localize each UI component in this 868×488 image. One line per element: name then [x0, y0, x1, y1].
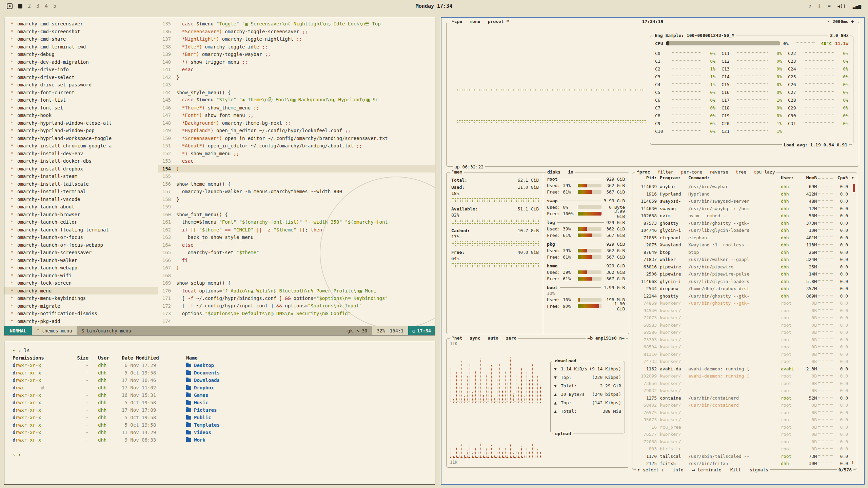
process-row[interactable]: 102099kworker/avahi-daemon: running [roo… — [636, 372, 848, 380]
process-row[interactable]: 1170tailscal/usr/sbin/tailscaled --root7… — [636, 453, 848, 460]
process-row[interactable]: 114639waybar/usr/bin/waybardhh69M0.0 — [636, 183, 848, 190]
file-item[interactable]: *omarchy-launch-or-focus — [4, 233, 158, 241]
process-row[interactable]: 73703kworker/root0B0.0 — [636, 336, 848, 344]
process-row[interactable]: 104746glycin-i/usr/lib/glycin-loadersdhh… — [636, 227, 848, 234]
file-item[interactable]: *omarchy-install-vscode — [4, 196, 158, 203]
header-cpu[interactable]: Cpu% — [834, 175, 848, 180]
process-row[interactable]: 95673kworker/root0B0.0 — [636, 416, 848, 424]
proc-option-reverse[interactable]: reverse — [710, 169, 728, 175]
file-item[interactable]: *omarchy-menu-keybindings — [4, 294, 158, 302]
sort-direction-indicator[interactable]: ↑ — [851, 175, 854, 180]
process-row[interactable]: 63816pipewire/usr/bin/pipewiredhh25M0.0 — [636, 263, 848, 271]
btop-preset-button[interactable]: preset * — [488, 19, 509, 24]
file-item[interactable]: *omarchy-install-terminal — [4, 188, 158, 196]
process-row[interactable]: 2075XwaylandXwayland :1 -rootless -dhh11… — [636, 241, 848, 249]
file-item[interactable]: *omarchy-menu — [4, 287, 158, 295]
net-auto-toggle[interactable]: auto — [488, 336, 498, 341]
process-row[interactable]: 102638nvimnvim --embed .dhh58M0.0 — [636, 212, 848, 220]
file-item[interactable]: *omarchy-install-tailscale — [4, 180, 158, 188]
volume-icon[interactable]: ◀)) — [837, 3, 846, 9]
file-item[interactable]: *omarchy-cmd-screensaver — [4, 20, 158, 28]
file-item[interactable]: *omarchy-lock-screen — [4, 279, 158, 287]
screencast-icon[interactable]: ⇄ — [808, 3, 811, 9]
file-item[interactable]: *omarchy-hyprland-workspace-toggle — [4, 135, 158, 142]
code-pane[interactable]: 135 case $(menu "Toggle" "▣ Screensaver\… — [158, 20, 435, 326]
header-command[interactable]: Command: — [688, 175, 781, 180]
process-row[interactable]: 71835elephantelephantdhh401M0.0 — [636, 234, 848, 242]
process-row[interactable]: 16rcu_preeroot0B0.0 — [636, 424, 848, 431]
file-item[interactable]: *omarchy-install-dropbox — [4, 165, 158, 173]
editor-window[interactable]: *omarchy-cmd-screensaver*omarchy-cmd-scr… — [4, 17, 435, 336]
process-row[interactable]: 2506pipewire/usr/bin/pipewire-pulsedhh14… — [636, 270, 848, 278]
workspace-1-active[interactable] — [18, 4, 22, 8]
file-item[interactable]: *omarchy-drive-select — [4, 74, 158, 81]
file-item[interactable]: *omarchy-dev-add-migration — [4, 58, 158, 66]
process-row[interactable]: 76575kworker/root0B0.0 — [636, 409, 848, 416]
process-row[interactable]: 68402kworker//usr/bin/containerdroot0B0.… — [636, 402, 848, 409]
proc-footer-1[interactable]: info — [673, 467, 683, 472]
file-item[interactable]: *omarchy-cmd-terminal-cwd — [4, 43, 158, 51]
file-item[interactable]: *omarchy-launch-or-focus-webapp — [4, 241, 158, 249]
update-interval-control[interactable]: - 2000ms + — [826, 19, 855, 24]
process-row[interactable]: 71837walker/usr/bin/walker --gappldhh324… — [636, 256, 848, 263]
process-row[interactable]: 68583kworker/root0B0.0 — [636, 322, 848, 329]
bluetooth-icon[interactable]: ᛒ — [818, 3, 821, 9]
io-toggle[interactable]: io — [568, 169, 573, 175]
file-item[interactable]: *omarchy-font-current — [4, 89, 158, 97]
workspace-3[interactable]: 3 — [36, 3, 39, 9]
file-item[interactable]: *omarchy-hook — [4, 111, 158, 119]
header-pid[interactable]: Pid: — [636, 175, 657, 180]
proc-scrollbar-thumb[interactable] — [853, 184, 855, 192]
proc-footer-0[interactable]: ↑ select ↓ — [637, 467, 664, 472]
process-row[interactable]: 1275containe/usr/bin/containerdroot52M0.… — [636, 394, 848, 402]
net-zero-toggle[interactable]: zero — [506, 336, 516, 341]
btop-menu-button[interactable]: menu — [470, 19, 480, 24]
net-interface-selector[interactable]: ←b enp191s0 n→ — [586, 336, 626, 341]
file-item[interactable]: *omarchy-drive-info — [4, 66, 158, 74]
header-program[interactable]: Program: — [660, 175, 688, 180]
terminal-window[interactable]: ~ › lsPermissionsSizeUserDate ModifiedNa… — [4, 341, 435, 485]
file-item[interactable]: *omarchy-font-list — [4, 96, 158, 104]
process-row[interactable]: 74733kworker/root0B0.0 — [636, 358, 848, 365]
file-item[interactable]: *omarchy-launch-about — [4, 203, 158, 211]
process-row[interactable]: 87573ghostty/usr/bin/ghostty --gtk-dhh37… — [636, 220, 848, 227]
btop-window[interactable]: ¹cpu menu preset * 17:34:19 - 2000ms + E… — [441, 17, 865, 485]
file-item[interactable]: *omarchy-launch-webapp — [4, 264, 158, 272]
file-item[interactable]: *omarchy-font-set — [4, 104, 158, 112]
file-item[interactable]: *omarchy-launch-wifi — [4, 272, 158, 280]
file-item[interactable]: *omarchy-debug — [4, 50, 158, 58]
process-row[interactable]: 68584kworker/root0B0.0 — [636, 343, 848, 351]
file-item[interactable]: *omarchy-cmd-screenshot — [4, 28, 158, 36]
process-row[interactable]: 1916HyprlandHyprlanddhh422M0.0 — [636, 190, 848, 198]
process-row[interactable]: 94540kworker/root0B0.0 — [636, 307, 848, 314]
header-memb[interactable]: MemB — [799, 175, 817, 180]
process-row[interactable]: 72073kworker/root0B0.0 — [636, 314, 848, 322]
file-item[interactable]: *omarchy-cmd-share — [4, 35, 158, 43]
proc-option-tree[interactable]: tree — [736, 169, 746, 175]
proc-footer-4[interactable]: signals — [750, 467, 768, 472]
file-item[interactable]: *omarchy-migrate — [4, 302, 158, 310]
file-item[interactable]: *omarchy-hyprland-window-pop — [4, 127, 158, 135]
process-row[interactable]: 114630swaybg/usr/bin/swaybg -i /homdhh12… — [636, 205, 848, 212]
process-row[interactable]: 87649btopbtopdhh26M0.0 — [636, 249, 848, 256]
proc-scroll-down-indicator[interactable]: ↓ — [851, 460, 854, 465]
proc-option-cpu-lazy[interactable]: cpu lazy — [754, 169, 775, 175]
network-icon[interactable]: ▂▄▆ — [853, 3, 861, 9]
workspace-2[interactable]: 2 — [28, 3, 31, 9]
process-row[interactable]: 79032kworker/root0B0.0 — [636, 387, 848, 394]
file-item[interactable]: *omarchy-launch-floating-terminal- — [4, 226, 158, 234]
file-item[interactable]: *omarchy-launch-walker — [4, 257, 158, 264]
process-table-header[interactable]: Pid:Program:Command:User:MemBCpu% — [636, 175, 848, 180]
file-item[interactable]: *omarchy-hyprland-window-close-all — [4, 119, 158, 127]
file-explorer-pane[interactable]: *omarchy-cmd-screensaver*omarchy-cmd-scr… — [4, 20, 158, 326]
workspace-5[interactable]: 5 — [53, 3, 56, 9]
file-item[interactable]: *omarchy-launch-browser — [4, 211, 158, 219]
process-row[interactable]: 73656kworker/root0B0.0 — [636, 380, 848, 387]
process-row[interactable]: 81310kworker/root0B0.0 — [636, 351, 848, 358]
process-row[interactable]: 2544dropbox/home/dhh/.dropbox-distdhh357… — [636, 285, 848, 292]
keyboard-icon[interactable]: ⌨ — [828, 3, 830, 9]
file-item[interactable]: *omarchy-install-docker-dbs — [4, 157, 158, 165]
process-row[interactable]: 1162avahi-daavahi-daemon: running [avahi… — [636, 365, 848, 373]
proc-footer-3[interactable]: Kill — [730, 467, 741, 472]
process-row[interactable]: 12244ghostty/usr/bin/ghostty --gtk-dhh86… — [636, 292, 848, 300]
